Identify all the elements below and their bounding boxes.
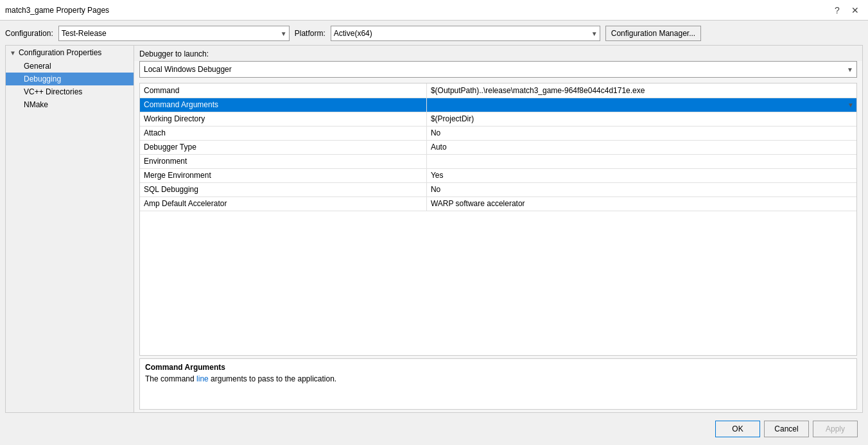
description-link-word: line [196,374,209,383]
close-button[interactable]: ✕ [847,3,863,18]
right-panel: Debugger to launch: Local Windows Debugg… [134,45,863,413]
prop-name-cell: Attach [140,126,426,140]
table-row[interactable]: Merge EnvironmentYes [140,168,856,182]
cancel-button[interactable]: Cancel [764,421,809,437]
properties-table-wrapper: Command$(OutputPath)..\release\match3_ga… [139,83,857,356]
sidebar-item-nmake[interactable]: NMake [6,98,134,111]
sidebar-item-general[interactable]: General [6,60,134,73]
bottom-buttons: OK Cancel Apply [5,417,863,440]
title-bar-controls: ? ✕ [829,3,863,18]
window-title: match3_game Property Pages [5,6,109,15]
prop-dropdown-arrow-icon[interactable]: ▼ [847,101,854,109]
table-row[interactable]: Debugger TypeAuto [140,140,856,154]
table-row[interactable]: Amp Default AcceleratorWARP software acc… [140,196,856,211]
prop-value-cell[interactable]: No [426,126,856,140]
prop-name-cell: Debugger Type [140,140,426,154]
debugger-label: Debugger to launch: [134,46,862,61]
table-row[interactable]: Command Arguments▼ [140,98,856,112]
configuration-label: Configuration: [5,29,53,38]
prop-name-cell: Working Directory [140,112,426,126]
prop-name-cell: Merge Environment [140,168,426,182]
sidebar-group-header[interactable]: ▼ Configuration Properties [6,46,134,60]
sidebar-group-label: Configuration Properties [19,48,101,57]
configuration-select[interactable]: Test-Release [58,26,290,41]
platform-select[interactable]: Active(x64) [331,26,600,41]
prop-value-cell[interactable]: $(ProjectDir) [426,112,856,126]
prop-name-cell: SQL Debugging [140,182,426,196]
description-text: The command line arguments to pass to th… [145,374,851,383]
prop-name-cell: Command [140,83,426,98]
prop-name-cell: Command Arguments [140,98,426,112]
help-button[interactable]: ? [829,3,845,18]
prop-name-cell: Amp Default Accelerator [140,196,426,211]
config-manager-button[interactable]: Configuration Manager... [605,26,701,41]
prop-value-cell[interactable] [426,154,856,168]
table-row[interactable]: AttachNo [140,126,856,140]
description-panel: Command Arguments The command line argum… [139,358,857,410]
prop-name-cell: Environment [140,154,426,168]
sidebar-item-vc-directories[interactable]: VC++ Directories [6,85,134,98]
debugger-select[interactable]: Local Windows Debugger [139,61,857,78]
platform-select-wrapper: Active(x64) ▼ [331,26,600,41]
debugger-select-wrapper: Local Windows Debugger ▼ [139,61,857,78]
configuration-select-wrapper: Test-Release ▼ [58,26,290,41]
table-row[interactable]: Command$(OutputPath)..\release\match3_ga… [140,83,856,98]
sidebar: ▼ Configuration Properties General Debug… [5,45,134,413]
table-row[interactable]: Working Directory$(ProjectDir) [140,112,856,126]
prop-value-cell[interactable]: ▼ [426,98,856,112]
content-area: ▼ Configuration Properties General Debug… [5,45,863,413]
ok-button[interactable]: OK [715,421,760,437]
sidebar-item-debugging[interactable]: Debugging [6,73,134,85]
description-title: Command Arguments [145,363,851,372]
config-row: Configuration: Test-Release ▼ Platform: … [5,26,863,41]
table-row[interactable]: Environment [140,154,856,168]
apply-button[interactable]: Apply [813,421,858,437]
prop-value-cell[interactable]: WARP software accelerator [426,196,856,211]
platform-label: Platform: [295,29,326,38]
table-row[interactable]: SQL DebuggingNo [140,182,856,196]
prop-value-cell[interactable]: $(OutputPath)..\release\match3_game-964f… [426,83,856,98]
main-container: Configuration: Test-Release ▼ Platform: … [0,21,868,445]
collapse-triangle-icon: ▼ [10,49,16,57]
properties-table: Command$(OutputPath)..\release\match3_ga… [140,83,856,211]
title-bar: match3_game Property Pages ? ✕ [0,0,868,21]
prop-value-cell[interactable]: No [426,182,856,196]
prop-value-cell[interactable]: Yes [426,168,856,182]
sidebar-section: ▼ Configuration Properties General Debug… [6,46,134,111]
prop-value-cell[interactable]: Auto [426,140,856,154]
